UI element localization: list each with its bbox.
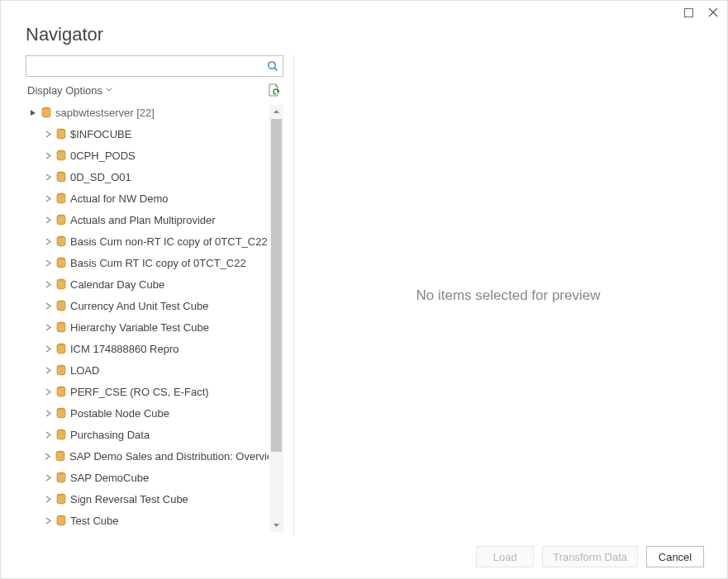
cube-icon	[55, 235, 67, 247]
tree-item-label: PERF_CSE (RO CS, E-Fact)	[70, 386, 209, 398]
chevron-down-icon	[106, 87, 112, 93]
expand-icon[interactable]	[44, 324, 52, 331]
expand-icon[interactable]	[44, 345, 52, 353]
scrollbar-thumb[interactable]	[271, 119, 282, 452]
cube-icon	[55, 128, 67, 140]
navigator-tree[interactable]: sapbwtestserver [22] $INFOCUBE0CPH_PODS0…	[26, 102, 269, 531]
expand-icon[interactable]	[44, 517, 52, 524]
search-input[interactable]	[31, 59, 266, 74]
dialog-title: Navigator	[26, 24, 702, 45]
preview-empty-message: No items selected for preview	[416, 287, 601, 304]
cube-icon	[55, 192, 67, 204]
tree-item[interactable]: PERF_CSE (RO CS, E-Fact)	[26, 381, 269, 402]
expand-icon[interactable]	[44, 496, 52, 503]
cube-icon	[55, 472, 67, 483]
collapse-icon[interactable]	[29, 109, 37, 116]
tree-item-label: SAP DemoCube	[70, 472, 149, 484]
expand-icon[interactable]	[44, 216, 52, 224]
expand-icon[interactable]	[44, 131, 52, 138]
cube-icon	[55, 343, 67, 354]
cube-icon	[55, 493, 67, 505]
load-button[interactable]: Load	[476, 546, 534, 567]
expand-icon[interactable]	[44, 388, 52, 396]
vertical-scrollbar[interactable]	[269, 105, 283, 532]
tree-item[interactable]: Basis Cum RT IC copy of 0TCT_C22	[26, 252, 269, 273]
expand-icon[interactable]	[44, 410, 52, 417]
maximize-icon[interactable]	[683, 7, 694, 18]
svg-line-2	[274, 68, 277, 70]
tree-item-label: 0CPH_PODS	[70, 149, 136, 162]
navigator-dialog: Navigator Display Options	[0, 0, 728, 579]
display-options-row: Display Options	[26, 77, 283, 102]
preview-pane: No items selected for preview	[304, 55, 712, 535]
expand-icon[interactable]	[44, 367, 52, 374]
tree-item[interactable]: Test Cube	[26, 510, 269, 531]
tree-item[interactable]: SAP Demo Sales and Distribution: Overvie…	[26, 445, 269, 467]
tree-item-label: SAP Demo Sales and Distribution: Overvie…	[69, 450, 269, 463]
dialog-footer: Load Transform Data Cancel	[1, 535, 727, 578]
cube-icon	[55, 386, 67, 397]
tree-item[interactable]: Calendar Day Cube	[26, 273, 269, 295]
cube-icon	[55, 278, 67, 290]
tree-item-label: LOAD	[70, 364, 99, 377]
search-icon[interactable]	[266, 60, 279, 72]
scroll-up-arrow[interactable]	[269, 105, 283, 119]
tree-item-label: Sign Reversal Test Cube	[70, 493, 188, 505]
cube-icon	[55, 407, 67, 419]
tree-item[interactable]: Sign Reversal Test Cube	[26, 488, 269, 510]
search-box[interactable]	[26, 55, 283, 77]
tree-item[interactable]: Postable Node Cube	[26, 402, 269, 424]
dialog-header: Navigator	[1, 24, 727, 55]
tree-item[interactable]: 0CPH_PODS	[26, 145, 269, 166]
cube-icon	[55, 214, 67, 225]
tree-item[interactable]: Basis Cum non-RT IC copy of 0TCT_C22	[26, 230, 269, 252]
tree-container: sapbwtestserver [22] $INFOCUBE0CPH_PODS0…	[26, 102, 283, 535]
pane-divider	[293, 55, 294, 535]
tree-item-label: Postable Node Cube	[70, 407, 169, 420]
expand-icon[interactable]	[44, 431, 52, 439]
expand-icon[interactable]	[44, 302, 52, 310]
expand-icon[interactable]	[44, 474, 52, 482]
tree-item-label: Basis Cum RT IC copy of 0TCT_C22	[70, 257, 246, 269]
tree-item[interactable]: Currency And Unit Test Cube	[26, 295, 269, 316]
tree-root-node[interactable]: sapbwtestserver [22]	[26, 102, 269, 123]
display-options-dropdown[interactable]: Display Options	[27, 84, 112, 97]
tree-item[interactable]: ICM 174888860 Repro	[26, 338, 269, 359]
tree-item-label: 0D_SD_O01	[70, 171, 131, 183]
cube-icon	[55, 149, 67, 161]
tree-root-label: sapbwtestserver [22]	[55, 107, 155, 119]
tree-item[interactable]: 0D_SD_O01	[26, 166, 269, 187]
cube-icon	[55, 429, 67, 440]
cube-icon	[55, 300, 67, 311]
expand-icon[interactable]	[44, 173, 52, 181]
tree-item[interactable]: Actual for NW Demo	[26, 187, 269, 209]
server-icon	[40, 107, 52, 118]
cancel-button[interactable]: Cancel	[646, 546, 704, 567]
expand-icon[interactable]	[44, 453, 51, 460]
tree-item[interactable]: $INFOCUBE	[26, 123, 269, 145]
expand-icon[interactable]	[44, 152, 52, 159]
svg-point-1	[269, 62, 275, 69]
scroll-down-arrow[interactable]	[269, 518, 283, 532]
cube-icon	[55, 364, 67, 376]
cube-icon	[55, 257, 67, 268]
expand-icon[interactable]	[44, 259, 52, 267]
display-options-label: Display Options	[27, 84, 102, 97]
expand-icon[interactable]	[44, 281, 52, 288]
tree-item-label: Actual for NW Demo	[70, 192, 168, 205]
close-icon[interactable]	[707, 7, 719, 18]
cube-icon	[55, 321, 67, 333]
expand-icon[interactable]	[44, 195, 52, 202]
refresh-icon[interactable]	[267, 83, 282, 97]
tree-item[interactable]: Purchasing Data	[26, 424, 269, 445]
tree-item[interactable]: SAP DemoCube	[26, 467, 269, 488]
tree-item[interactable]: LOAD	[26, 359, 269, 381]
tree-item[interactable]: Hierarchy Variable Test Cube	[26, 316, 269, 338]
cube-icon	[55, 450, 66, 462]
expand-icon[interactable]	[44, 238, 52, 245]
tree-item-label: Hierarchy Variable Test Cube	[70, 321, 209, 334]
tree-item[interactable]: Actuals and Plan Multiprovider	[26, 209, 269, 230]
tree-item-label: Calendar Day Cube	[70, 278, 164, 291]
cube-icon	[55, 515, 67, 526]
transform-data-button[interactable]: Transform Data	[542, 546, 638, 567]
